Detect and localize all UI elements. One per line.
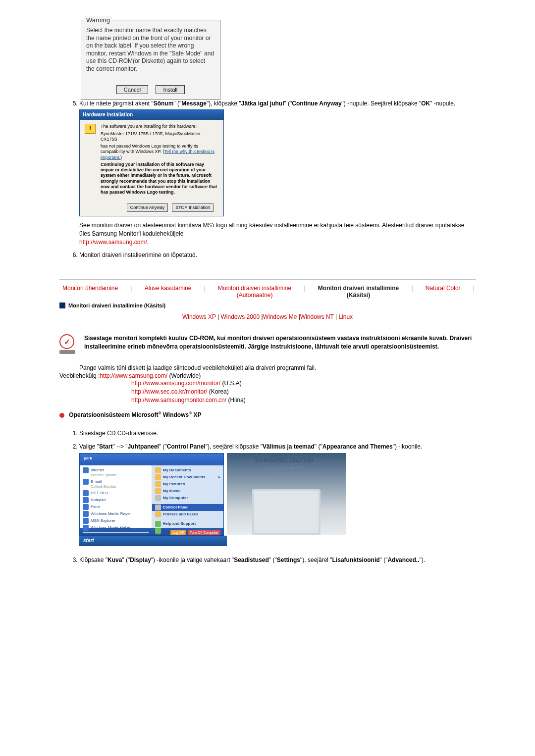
os-heading-winxp: Operatsioonisüsteem Microsoft® Windows® … [59, 411, 476, 418]
link-linux[interactable]: Linux [338, 313, 353, 320]
tab-install-auto[interactable]: Monitori draiveri installimine (Automaat… [215, 285, 294, 299]
start-menu-user: park [80, 454, 223, 465]
post-dialog-paragraph: See monitori draiver on atesteerimist ki… [79, 221, 476, 246]
install-button[interactable]: Install [156, 85, 185, 94]
start-menu-item[interactable]: HCT 10.0 [80, 490, 152, 497]
os-links: Windows XP | Windows 2000 |Windows Me |W… [59, 313, 476, 320]
link-winxp[interactable]: Windows XP [182, 313, 216, 320]
section-heading: Monitori draiveri installimine (Käsitsi) [59, 302, 476, 308]
tab-connect[interactable]: Monitori ühendamine [59, 285, 121, 292]
start-menu-item[interactable]: Paint [80, 504, 152, 510]
dlg-line1: The software you are installing for this… [101, 124, 218, 129]
warning-icon: ! [85, 124, 96, 134]
xp-step-3: Klõpsake "Kuva" ("Display") -ikoonile ja… [79, 556, 476, 564]
start-button[interactable]: start [79, 536, 227, 546]
tab-install-manual[interactable]: Monitori draiveri installimine (Käsitsi) [315, 285, 402, 299]
info-box: ✓ Sisestage monitori komplekti kuuluv CD… [59, 334, 476, 354]
link-winme[interactable]: Windows Me [263, 313, 297, 320]
start-menu-item[interactable]: My Documents [152, 467, 224, 474]
dlg-line3: has not passed Windows Logo testing to v… [101, 144, 218, 160]
start-menu-item[interactable]: Notepad [80, 497, 152, 504]
start-menu-right: My DocumentsMy Recent Documents ▸My Pict… [152, 465, 224, 528]
samsung-tagline: everyone's invited™ [264, 465, 304, 471]
start-menu-item[interactable]: My Music [152, 488, 224, 495]
dl-link-korea[interactable]: http://www.sec.co.kr/monitor/ [131, 388, 207, 395]
turnoff-button[interactable]: Turn Off Computer [188, 530, 220, 536]
logoff-button[interactable]: Log Off [170, 530, 186, 536]
start-menu-item[interactable]: MSN Explorer [80, 517, 152, 524]
section-tabs: Monitori ühendamine | Aluse kasutamine |… [59, 285, 476, 299]
continue-anyway-button[interactable]: Continue Anyway [127, 203, 168, 212]
section-icon [59, 302, 65, 308]
dialog-titlebar: Hardware Installation [80, 110, 223, 120]
tab-natural-color[interactable]: Natural Color [423, 285, 464, 292]
start-menu: park InternetInternet ExplorerE-mailOutl… [79, 453, 224, 536]
start-menu-item[interactable]: Windows Media Player [80, 510, 152, 517]
warning-legend: Warning [84, 16, 112, 24]
bullet-icon [59, 413, 64, 418]
warning-dialog: Warning Select the monitor name that exa… [81, 20, 220, 100]
divider [59, 279, 476, 280]
monitor-photo: SAMSUNG DIGITall everyone's invited™ [227, 453, 346, 535]
link-win2000[interactable]: Windows 2000 [221, 313, 260, 320]
start-menu-item[interactable]: Help and Support [152, 520, 224, 527]
tab-stand[interactable]: Aluse kasutamine [142, 285, 195, 292]
start-menu-item[interactable]: Windows Movie Maker [80, 524, 152, 531]
stop-installation-button[interactable]: STOP Installation [172, 203, 214, 212]
samsung-link[interactable]: http://www.samsung.com/ [79, 239, 147, 246]
start-menu-item[interactable]: My Pictures [152, 481, 224, 488]
cancel-button[interactable]: Cancel [116, 85, 148, 94]
download-intro: Pange valmis tühi diskett ja laadige sii… [79, 364, 476, 372]
xp-step-2: Valige "Start" --> "Juhtpaneel" ("Contro… [79, 443, 476, 546]
info-icon: ✓ [59, 334, 76, 354]
start-menu-left: InternetInternet ExplorerE-mailOutlook E… [80, 465, 152, 528]
step-5: Kui te näete järgmist akent "Sõnum" ("Me… [79, 100, 476, 247]
dl-link-usa[interactable]: http://www.samsung.com/monitor/ [131, 380, 220, 387]
samsung-brand: SAMSUNG DIGITall [255, 456, 314, 465]
dlg-line2: SyncMaster 171S/ 175S / 170S, MagicSyncM… [101, 131, 218, 143]
start-menu-item[interactable]: Printers and Faxes [152, 511, 224, 518]
hardware-installation-dialog: Hardware Installation ! The software you… [79, 109, 224, 216]
start-menu-item[interactable]: My Computer [152, 495, 224, 502]
info-text: Sisestage monitori komplekti kuuluv CD-R… [84, 334, 476, 354]
control-panel-item[interactable]: Control Panel [152, 504, 224, 511]
start-menu-item[interactable]: My Recent Documents ▸ [152, 474, 224, 481]
dlg-line4: Continuing your installation of this sof… [101, 162, 218, 196]
link-winnt[interactable]: Windows NT [300, 313, 334, 320]
dl-link-china[interactable]: http://www.samsungmonitor.com.cn/ [131, 397, 226, 403]
xp-step-1: Sisestage CD CD-draiverisse. [79, 429, 476, 438]
download-links: Veebilehekülg :http://www.samsung.com/ (… [59, 372, 476, 404]
step-6: Monitori draiveri installeerimine on lõp… [79, 251, 476, 259]
dl-link-worldwide[interactable]: http://www.samsung.com/ [100, 372, 167, 379]
warning-text: Select the monitor name that exactly mat… [86, 27, 215, 73]
